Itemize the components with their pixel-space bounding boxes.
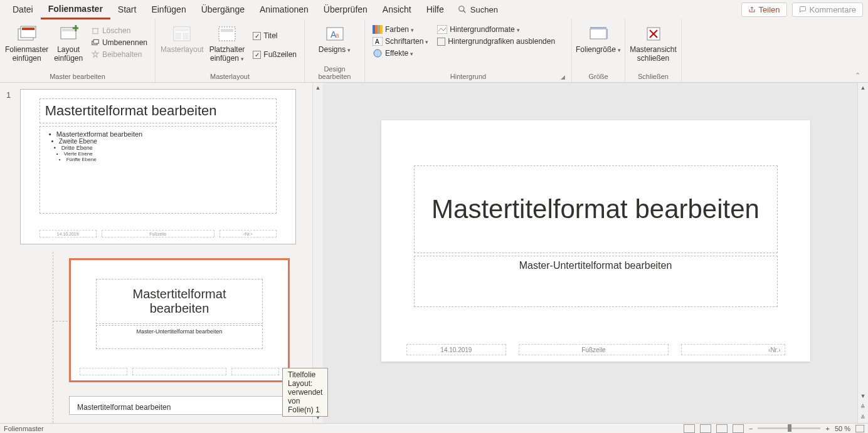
- fit-window-icon[interactable]: [855, 425, 864, 432]
- slide-size-label: Foliengröße: [576, 45, 621, 54]
- status-right: − + 50 %: [684, 424, 864, 433]
- svg-rect-8: [93, 29, 98, 34]
- insert-layout-label: Layout einfügen: [52, 45, 85, 63]
- collapse-ribbon-icon[interactable]: ⌃: [852, 69, 863, 82]
- svg-text:✚: ✚: [72, 25, 78, 33]
- slide-size-button[interactable]: Foliengröße: [576, 21, 620, 54]
- colors-button[interactable]: Farben: [370, 24, 431, 35]
- slide-canvas[interactable]: Mastertitelformat bearbeiten Master-Unte…: [381, 120, 810, 362]
- svg-rect-21: [373, 25, 375, 34]
- close-master-button[interactable]: Masteransicht schließen: [632, 21, 675, 63]
- comments-button[interactable]: Kommentare: [792, 3, 863, 17]
- layout-thumbnail-selected[interactable]: Mastertitelformat bearbeiten Master-Unte…: [69, 258, 290, 382]
- insert-placeholder-label: Platzhalter einfügen: [208, 45, 247, 63]
- scroll-up-icon[interactable]: ▲: [313, 83, 323, 93]
- master-layout-button: Masterlayout: [161, 21, 204, 54]
- menu-einfuegen[interactable]: Einfügen: [144, 1, 193, 18]
- canvas-footer-date[interactable]: 14.10.2019: [406, 344, 507, 355]
- layout-subtitle-placeholder: Master-Untertitelformat bearbeiten: [96, 325, 263, 349]
- svg-rect-17: [221, 29, 233, 32]
- effects-button[interactable]: Effekte: [370, 48, 431, 59]
- menu-ansicht[interactable]: Ansicht: [375, 1, 419, 18]
- fonts-icon: A: [373, 37, 383, 46]
- title-checkbox[interactable]: ✓ Titel: [250, 30, 299, 41]
- next-slide-icon[interactable]: ≚: [858, 412, 868, 423]
- svg-rect-15: [183, 33, 189, 39]
- group-master-bearbeiten-label: Master bearbeiten: [5, 71, 150, 82]
- designs-button[interactable]: Aa Designs: [313, 21, 357, 54]
- insert-slide-master-button[interactable]: Folienmaster einfügen: [5, 21, 48, 63]
- group-hintergrund: Farben A Schriftarten Effekte Hintergrun…: [365, 19, 572, 82]
- hide-bg-checkbox[interactable]: Hintergrundgrafiken ausblenden: [435, 36, 558, 47]
- menu-ueberpruefen[interactable]: Überprüfen: [316, 1, 375, 18]
- zoom-value[interactable]: 50 %: [835, 425, 850, 432]
- master-number: 1: [6, 89, 18, 100]
- group-masterlayout-label: Masterlayout: [161, 71, 299, 82]
- view-normal-icon[interactable]: [684, 424, 695, 433]
- layout-thumbnail-2[interactable]: Mastertitelformat bearbeiten: [69, 396, 290, 415]
- editor-scrollbar[interactable]: ▲ ▼ ≙ ≚: [857, 83, 868, 423]
- rename-label: Umbenennen: [102, 38, 147, 47]
- tree-line: [53, 252, 53, 423]
- svg-rect-4: [22, 28, 34, 30]
- fonts-button[interactable]: A Schriftarten: [370, 36, 431, 47]
- text-level-5: Fünfte Ebene: [58, 157, 271, 162]
- menu-animationen[interactable]: Animationen: [252, 1, 316, 18]
- text-level-1: Mastertextformat bearbeiten: [48, 130, 271, 138]
- zoom-thumb[interactable]: [788, 424, 791, 432]
- svg-rect-13: [175, 28, 189, 31]
- canvas-title-placeholder[interactable]: Mastertitelformat bearbeiten: [414, 165, 778, 253]
- master-thumbnail[interactable]: Mastertitelformat bearbeiten Mastertextf…: [20, 89, 296, 244]
- zoom-out-button[interactable]: −: [749, 425, 753, 432]
- view-reading-icon[interactable]: [716, 424, 728, 433]
- menu-start[interactable]: Start: [110, 1, 144, 18]
- footer-date: 14.10.2019: [40, 230, 97, 237]
- delete-button: Löschen: [88, 25, 150, 36]
- effects-icon: [373, 49, 383, 58]
- footer-date: [80, 368, 127, 375]
- close-icon: [643, 24, 664, 44]
- effects-label: Effekte: [385, 49, 413, 58]
- menu-datei[interactable]: Datei: [5, 1, 41, 18]
- title-checkbox-label: Titel: [263, 31, 277, 40]
- bg-formats-icon: [437, 25, 447, 34]
- menu-folienmaster[interactable]: Folienmaster: [41, 0, 110, 19]
- insert-layout-icon: ✚: [58, 24, 78, 44]
- share-label: Teilen: [759, 5, 780, 14]
- footers-checkbox[interactable]: ✓ Fußzeilen: [250, 49, 299, 60]
- rename-button[interactable]: Umbenennen: [88, 37, 150, 48]
- group-schliessen: Masteransicht schließen Schließen: [625, 19, 682, 82]
- delete-label: Löschen: [102, 26, 130, 35]
- insert-placeholder-button[interactable]: Platzhalter einfügen: [208, 21, 247, 63]
- share-button[interactable]: Teilen: [741, 3, 787, 17]
- view-slideshow-icon[interactable]: [733, 424, 744, 433]
- insert-slide-master-icon: [17, 24, 37, 44]
- scroll-up-icon[interactable]: ▲: [858, 83, 868, 93]
- statusbar: Folienmaster − + 50 %: [0, 423, 868, 433]
- view-sorter-icon[interactable]: [700, 424, 711, 433]
- canvas-footer-num[interactable]: ‹Nr.›: [681, 344, 785, 355]
- canvas-subtitle-placeholder[interactable]: Master-Untertitelformat bearbeiten: [414, 256, 778, 307]
- group-design-bearbeiten-label: Design bearbeiten: [310, 64, 359, 82]
- bg-formats-button[interactable]: Hintergrundformate: [435, 24, 558, 35]
- master-layout-icon: [172, 24, 192, 44]
- insert-layout-button[interactable]: ✚ Layout einfügen: [52, 21, 85, 63]
- canvas-footer-center[interactable]: Fußzeile: [519, 344, 669, 355]
- zoom-in-button[interactable]: +: [825, 425, 829, 432]
- comment-icon: [799, 6, 807, 13]
- prev-slide-icon[interactable]: ≙: [858, 402, 868, 412]
- group-groesse: Foliengröße Größe: [572, 19, 625, 82]
- footer-num: [231, 368, 279, 375]
- layout-title-placeholder: Mastertitelformat bearbeiten: [96, 279, 263, 324]
- svg-text:a: a: [336, 32, 339, 39]
- master-title-placeholder: Mastertitelformat bearbeiten: [40, 98, 277, 123]
- zoom-slider[interactable]: [758, 427, 820, 429]
- insert-slide-master-label: Folienmaster einfügen: [5, 45, 48, 63]
- menu-hilfe[interactable]: Hilfe: [419, 1, 452, 18]
- search[interactable]: Suchen: [452, 3, 504, 17]
- menu-uebergaenge[interactable]: Übergänge: [194, 1, 252, 18]
- dialog-launcher-icon[interactable]: ◢: [561, 74, 565, 80]
- workspace: 1 Mastertitelformat bearbeiten Mastertex…: [0, 83, 868, 423]
- scroll-down-icon[interactable]: ▼: [858, 391, 868, 402]
- footer-center: [132, 368, 226, 375]
